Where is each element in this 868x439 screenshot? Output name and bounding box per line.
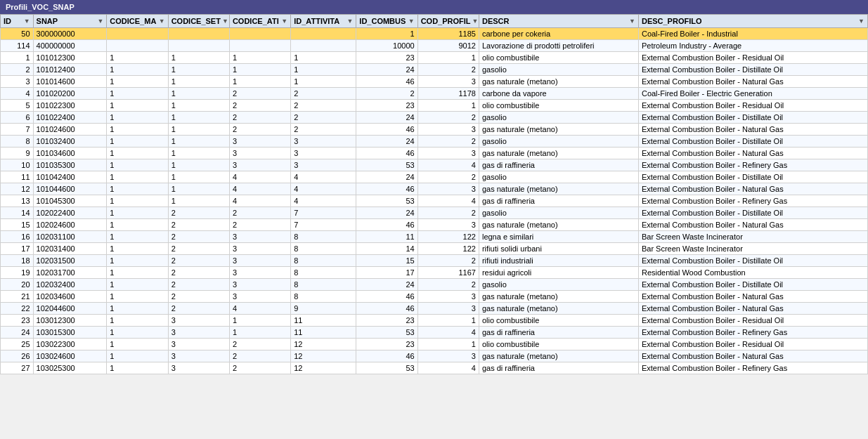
cell-desc_profilo: External Combustion Boiler - Distillate …	[638, 171, 867, 183]
cell-desc_profilo: External Combustion Boiler - Refinery Ga…	[638, 159, 867, 171]
cell-codice_ati: 2	[229, 362, 290, 374]
column-header-codice_ma[interactable]: CODICE_MA▼	[107, 15, 168, 28]
table-row[interactable]: 191020317001238171167residui agricoliRes…	[1, 267, 868, 279]
table-row[interactable]: 21010124001111242gasolioExternal Combust…	[1, 64, 868, 76]
table-row[interactable]: 211020346001238463gas naturale (metano)E…	[1, 291, 868, 303]
cell-snap: 101045300	[33, 195, 107, 207]
cell-codice_ma: 1	[107, 171, 168, 183]
table-row[interactable]: 151020246001227463gas naturale (metano)E…	[1, 219, 868, 231]
cell-id_attivita: 3	[291, 148, 356, 159]
column-header-desc_profilo[interactable]: DESC_PROFILO▼	[638, 15, 867, 28]
cell-codice_set: 1	[168, 52, 229, 64]
table-row[interactable]: 2710302530013212534gas di raffineriaExte…	[1, 362, 868, 374]
cell-descr: gas naturale (metano)	[479, 219, 638, 231]
cell-codice_ati: 1	[229, 76, 290, 88]
cell-cod_profil: 1	[417, 339, 479, 350]
column-header-id[interactable]: ID▼	[1, 15, 34, 28]
table-row[interactable]: 2610302460013212463gas naturale (metano)…	[1, 350, 868, 362]
cell-codice_ati: 2	[229, 339, 290, 350]
table-row[interactable]: 91010346001133463gas naturale (metano)Ex…	[1, 148, 868, 159]
table-row[interactable]: 221020446001249463gas naturale (metano)E…	[1, 303, 868, 315]
cell-codice_ati: 2	[229, 112, 290, 124]
sort-icon-codice_ma: ▼	[159, 18, 165, 25]
table-row[interactable]: 114400000000100009012Lavorazione di prod…	[1, 40, 868, 52]
cell-codice_ma: 1	[107, 231, 168, 243]
cell-id: 13	[1, 195, 34, 207]
cell-codice_ma: 1	[107, 350, 168, 362]
cell-desc_profilo: External Combustion Boiler - Refinery Ga…	[638, 327, 867, 339]
column-header-id_combus[interactable]: ID_COMBUS▼	[356, 15, 417, 28]
cell-id_attivita: 11	[291, 327, 356, 339]
table-row[interactable]: 201020324001238242gasolioExternal Combus…	[1, 279, 868, 291]
cell-desc_profilo: External Combustion Boiler - Refinery Ga…	[638, 195, 867, 207]
table-row[interactable]: 121010446001144463gas naturale (metano)E…	[1, 183, 868, 195]
title-bar: Profili_VOC_SNAP	[0, 0, 868, 14]
cell-id_combus: 1	[356, 28, 417, 40]
table-row[interactable]: 141020224001227242gasolioExternal Combus…	[1, 207, 868, 219]
cell-desc_profilo: Bar Screen Waste Incinerator	[638, 231, 867, 243]
table-container[interactable]: ID▼SNAP▼CODICE_MA▼CODICE_SET▼CODICE_ATI▼…	[0, 14, 868, 439]
cell-desc_profilo: External Combustion Boiler - Residual Oi…	[638, 339, 867, 350]
column-header-snap[interactable]: SNAP▼	[33, 15, 107, 28]
table-row[interactable]: 111010424001144242gasolioExternal Combus…	[1, 171, 868, 183]
cell-id: 14	[1, 207, 34, 219]
table-row[interactable]: 181020315001238152rifiuti industrialiExt…	[1, 255, 868, 267]
cell-id_attivita: 7	[291, 207, 356, 219]
cell-codice_ma	[107, 28, 168, 40]
cell-id_attivita	[291, 40, 356, 52]
table-row[interactable]: 17102031400123814122rifiuti solidi urban…	[1, 243, 868, 255]
cell-codice_set: 3	[168, 362, 229, 374]
cell-descr: gasolio	[479, 207, 638, 219]
table-row[interactable]: 2410301530013111534gas di raffineriaExte…	[1, 327, 868, 339]
cell-id_attivita: 2	[291, 100, 356, 112]
table-row[interactable]: 4101020200112221178carbone da vaporeCoal…	[1, 88, 868, 100]
cell-id: 1	[1, 52, 34, 64]
table-row[interactable]: 61010224001122242gasolioExternal Combust…	[1, 112, 868, 124]
cell-codice_ati: 3	[229, 148, 290, 159]
table-row[interactable]: 131010453001144534gas di raffineriaExter…	[1, 195, 868, 207]
column-header-cod_profil[interactable]: COD_PROFIL▼	[417, 15, 479, 28]
column-header-descr[interactable]: DESCR▼	[479, 15, 638, 28]
column-header-id_attivita[interactable]: ID_ATTIVITA▼	[291, 15, 356, 28]
cell-id_attivita: 11	[291, 315, 356, 327]
cell-descr: gas naturale (metano)	[479, 124, 638, 136]
table-row[interactable]: 11010123001111231olio combustibileExtern…	[1, 52, 868, 64]
cell-snap: 102044600	[33, 303, 107, 315]
cell-id: 26	[1, 350, 34, 362]
table-row[interactable]: 81010324001133242gasolioExternal Combust…	[1, 136, 868, 148]
cell-id_combus: 53	[356, 195, 417, 207]
table-row[interactable]: 2310301230013111231olio combustibileExte…	[1, 315, 868, 327]
table-row[interactable]: 31010146001111463gas naturale (metano)Ex…	[1, 76, 868, 88]
cell-desc_profilo: External Combustion Boiler - Distillate …	[638, 136, 867, 148]
cell-id_combus: 15	[356, 255, 417, 267]
table-row[interactable]: 51010223001122231olio combustibileExtern…	[1, 100, 868, 112]
table-row[interactable]: 2510302230013212231olio combustibileExte…	[1, 339, 868, 350]
table-row[interactable]: 5030000000011185carbone per cokeriaCoal-…	[1, 28, 868, 40]
cell-id: 16	[1, 231, 34, 243]
table-row[interactable]: 101010353001133534gas di raffineriaExter…	[1, 159, 868, 171]
cell-descr: carbone per cokeria	[479, 28, 638, 40]
cell-codice_ma: 1	[107, 148, 168, 159]
cell-id_attivita: 7	[291, 219, 356, 231]
table-row[interactable]: 71010246001122463gas naturale (metano)Ex…	[1, 124, 868, 136]
cell-descr: gasolio	[479, 279, 638, 291]
cell-cod_profil: 3	[417, 124, 479, 136]
cell-codice_ati: 2	[229, 100, 290, 112]
cell-id_combus: 53	[356, 362, 417, 374]
cell-cod_profil: 122	[417, 231, 479, 243]
cell-id_combus: 24	[356, 171, 417, 183]
sort-icon-codice_ati: ▼	[281, 18, 287, 25]
cell-cod_profil: 1	[417, 315, 479, 327]
cell-id: 114	[1, 40, 34, 52]
cell-snap: 101022300	[33, 100, 107, 112]
cell-codice_ma: 1	[107, 52, 168, 64]
column-header-codice_ati[interactable]: CODICE_ATI▼	[229, 15, 290, 28]
cell-id_combus: 46	[356, 350, 417, 362]
cell-id_combus: 24	[356, 64, 417, 76]
table-row[interactable]: 16102031100123811122legna e similariBar …	[1, 231, 868, 243]
column-header-codice_set[interactable]: CODICE_SET▼	[168, 15, 229, 28]
cell-descr: rifiuti solidi urbani	[479, 243, 638, 255]
cell-codice_ma: 1	[107, 327, 168, 339]
cell-descr: olio combustibile	[479, 100, 638, 112]
cell-snap: 102024600	[33, 219, 107, 231]
